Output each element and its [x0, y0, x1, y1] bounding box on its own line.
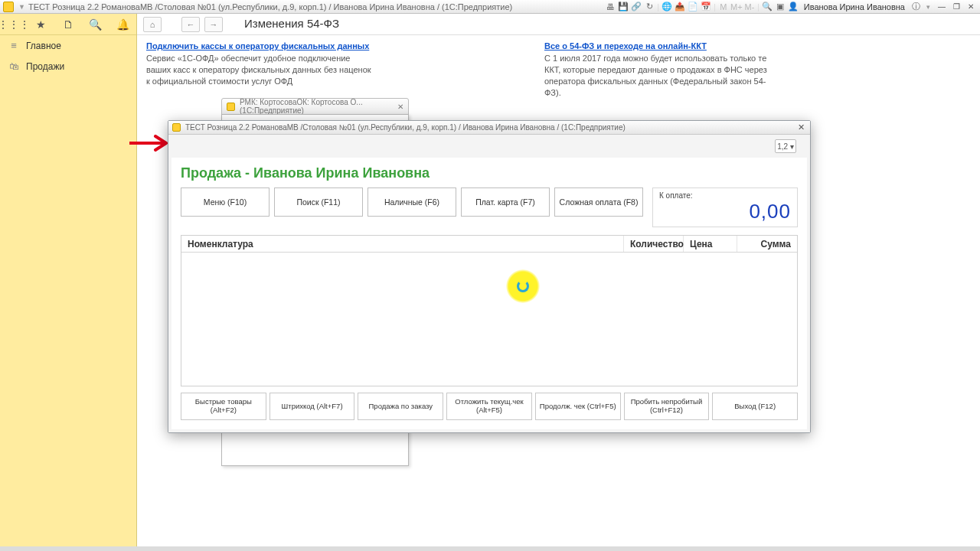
- globe-icon[interactable]: 🌐: [662, 2, 672, 12]
- mplus-icon[interactable]: M+: [731, 2, 742, 12]
- page-title: Изменения 54-ФЗ: [244, 17, 339, 30]
- connect-ofd-link[interactable]: Подключить кассы к оператору фискальных …: [146, 41, 369, 51]
- info-panel: Подключить кассы к оператору фискальных …: [137, 35, 980, 104]
- link-icon[interactable]: 🔗: [631, 2, 642, 12]
- sidebar-toolbar: ⋮⋮⋮ ★ 🗋 🔍 🔔: [0, 14, 136, 35]
- col-nomenclature[interactable]: Номенклатура: [181, 236, 624, 252]
- send-icon[interactable]: 📤: [675, 2, 685, 12]
- app-titlebar: ▼ ТЕСТ Розница 2.2 РомановаМВ /Столовая …: [0, 0, 980, 14]
- bell-icon[interactable]: 🔔: [116, 18, 129, 31]
- doc-icon[interactable]: 📄: [688, 2, 698, 12]
- save-icon[interactable]: 💾: [618, 2, 629, 12]
- exit-button[interactable]: Выход (F12): [712, 393, 798, 420]
- dialog-titlebar[interactable]: ТЕСТ Розница 2.2 РомановаМВ /Столовая №0…: [168, 121, 810, 135]
- card-button[interactable]: Плат. карта (F7): [461, 187, 550, 217]
- about-54fz-link[interactable]: Все о 54-ФЗ и переходе на онлайн-ККТ: [544, 41, 707, 51]
- col-price[interactable]: Цена: [684, 236, 737, 252]
- loading-spinner-icon: [506, 269, 540, 303]
- dialog-logo-icon: [172, 123, 181, 132]
- mminus-icon[interactable]: M-: [744, 2, 755, 12]
- search-button[interactable]: Поиск (F11): [274, 187, 363, 217]
- search-sb-icon[interactable]: 🔍: [89, 18, 103, 31]
- m-icon[interactable]: M: [718, 2, 729, 12]
- hold-receipt-button[interactable]: Отложить текущ.чек (Alt+F5): [446, 393, 532, 420]
- forward-button[interactable]: →: [204, 17, 223, 32]
- dialog-close-button[interactable]: ✕: [795, 122, 806, 132]
- print-pending-button[interactable]: Пробить непробитый (Ctrl+F12): [624, 393, 710, 420]
- calendar-icon[interactable]: 📅: [701, 2, 711, 12]
- sidebar-item-main[interactable]: ≡ Главное: [0, 35, 136, 56]
- info-text-left: Сервис «1С-ОФД» обеспечит удобное подклю…: [146, 53, 376, 87]
- background-window-tab[interactable]: РМК: КортосоваОК: Кортосова О... (1С:Пре…: [221, 98, 409, 115]
- menu-button[interactable]: Меню (F10): [181, 187, 270, 217]
- mixed-pay-button[interactable]: Сложная оплата (F8): [554, 187, 643, 217]
- col-sum[interactable]: Сумма: [737, 236, 797, 252]
- star-icon[interactable]: ★: [34, 18, 47, 31]
- total-value: 0,00: [659, 200, 791, 223]
- bg-tab-title: РМК: КортосоваОК: Кортосова О... (1С:Пре…: [240, 98, 397, 115]
- bag-icon: 🛍: [8, 60, 20, 72]
- info-icon[interactable]: ⓘ: [910, 2, 921, 12]
- user-icon: 👤: [788, 2, 799, 12]
- grid-header: Номенклатура Количество Цена Сумма: [181, 236, 797, 253]
- items-grid[interactable]: Номенклатура Количество Цена Сумма: [181, 235, 798, 386]
- minimize-button[interactable]: —: [936, 2, 948, 12]
- sidebar: ⋮⋮⋮ ★ 🗋 🔍 🔔 ≡ Главное 🛍 Продажи: [0, 14, 137, 546]
- back-button[interactable]: ←: [181, 17, 200, 32]
- bg-tab-close-icon[interactable]: ✕: [397, 103, 403, 111]
- resume-receipt-button[interactable]: Продолж. чек (Ctrl+F5): [535, 393, 621, 420]
- home-button[interactable]: ⌂: [143, 17, 162, 32]
- pointer-arrow-icon: [129, 135, 168, 152]
- barcode-button[interactable]: Штрихкод (Alt+F7): [270, 393, 355, 420]
- menu-icon: ≡: [8, 40, 20, 51]
- main-area: ⌂ ← → Изменения 54-ФЗ Подключить кассы к…: [137, 14, 980, 546]
- sidebar-item-label: Продажи: [26, 61, 64, 72]
- col-qty[interactable]: Количество: [624, 236, 684, 252]
- restore-button[interactable]: ❐: [950, 2, 962, 12]
- sidebar-item-label: Главное: [26, 41, 61, 51]
- dialog-title-text: ТЕСТ Розница 2.2 РомановаМВ /Столовая №0…: [185, 123, 626, 132]
- bottom-button-row: Быстрые товары (Alt+F2) Штрихкод (Alt+F7…: [181, 393, 798, 420]
- search-icon[interactable]: 🔍: [762, 2, 773, 12]
- clipboard-icon[interactable]: 🗋: [61, 18, 75, 31]
- dialog-heading: Продажа - Иванова Ирина Ивановна: [181, 165, 798, 181]
- close-button[interactable]: ✕: [965, 2, 977, 12]
- quick-goods-button[interactable]: Быстрые товары (Alt+F2): [181, 393, 266, 420]
- total-label: К оплате:: [659, 191, 791, 200]
- top-button-row: Меню (F10) Поиск (F11) Наличные (F6) Пла…: [181, 187, 798, 227]
- app-logo-icon: [3, 2, 14, 12]
- apps-icon[interactable]: ⋮⋮⋮: [7, 18, 21, 31]
- info-text-right: С 1 июля 2017 года можно будет использов…: [544, 53, 774, 98]
- total-box: К оплате: 0,00: [652, 187, 798, 227]
- bg-tab-logo-icon: [227, 103, 235, 111]
- app-title: ТЕСТ Розница 2.2 РомановаМВ /Столовая №0…: [28, 2, 512, 11]
- print-icon[interactable]: 🖶: [605, 2, 616, 12]
- titlebar-right: 🖶 💾 🔗 ↻ | 🌐 📤 📄 📅 | M M+ M- | 🔍 ▣ 👤 Иван…: [605, 2, 977, 12]
- refresh-icon[interactable]: ↻: [644, 2, 655, 12]
- panel-icon[interactable]: ▣: [775, 2, 786, 12]
- info-dd-icon[interactable]: ▾: [926, 3, 930, 11]
- options-selector[interactable]: 1,2 ▾: [775, 139, 796, 153]
- sidebar-item-sales[interactable]: 🛍 Продажи: [0, 56, 136, 77]
- dropdown-icon[interactable]: ▼: [18, 3, 25, 11]
- nav-bar: ⌂ ← → Изменения 54-ФЗ: [137, 14, 980, 35]
- cash-button[interactable]: Наличные (F6): [368, 187, 456, 217]
- sale-dialog: ТЕСТ Розница 2.2 РомановаМВ /Столовая №0…: [168, 120, 811, 433]
- sale-by-order-button[interactable]: Продажа по заказу: [358, 393, 443, 420]
- user-name[interactable]: Иванова Ирина Ивановна: [804, 2, 905, 11]
